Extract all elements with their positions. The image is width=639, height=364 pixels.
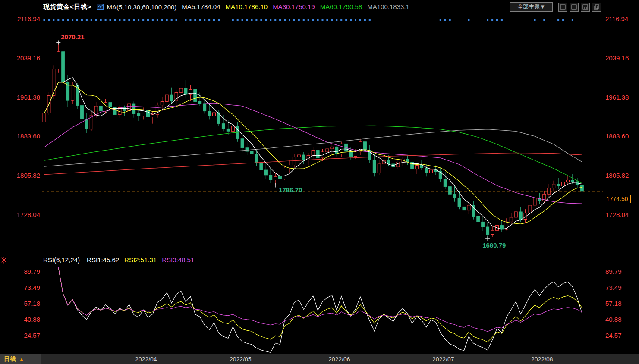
- period-selector[interactable]: 日线 ▲: [0, 354, 41, 364]
- trading-chart-app: 现货黄金<日线> MA(5,10,30,60,100,200) MA5:1784…: [0, 0, 639, 364]
- cascade-layout-icon[interactable]: [592, 3, 601, 12]
- period-up-arrow-icon: ▲: [19, 356, 24, 362]
- ma-legend: MA5:1784.04MA10:1786.10MA30:1750.19MA60:…: [176, 3, 409, 11]
- bars-layout-icon[interactable]: [581, 3, 590, 12]
- chart-header: 现货黄金<日线> MA(5,10,30,60,100,200) MA5:1784…: [0, 0, 639, 14]
- rsi-legend: RSI1:45.62RSI2:51.31RSI3:48.51: [80, 256, 194, 264]
- time-axis-bar: 日线 ▲ 2022/042022/052022/062022/072022/08: [0, 354, 639, 364]
- sun-icon[interactable]: [0, 257, 7, 265]
- header-toolbar: 全部主题▼: [510, 2, 601, 12]
- rsi-legend-item: RSI3:48.51: [162, 256, 194, 264]
- split-layout-icon[interactable]: [570, 3, 579, 12]
- rsi-legend-item: RSI2:51.31: [124, 256, 157, 264]
- rsi-header: RSI(6,12,24) RSI1:45.62RSI2:51.31RSI3:48…: [43, 256, 194, 264]
- ma-legend-item: MA100:1833.1: [367, 3, 409, 10]
- rsi-legend-item: RSI1:45.62: [87, 256, 119, 264]
- x-axis-month-label: 2022/07: [432, 356, 454, 363]
- ma-legend-item: MA5:1784.04: [182, 3, 220, 10]
- symbol-title: 现货黄金<日线>: [43, 3, 91, 11]
- period-label: 日线: [4, 355, 16, 363]
- ma-legend-item: MA60:1790.58: [320, 3, 362, 10]
- x-axis-month-label: 2022/08: [531, 356, 553, 363]
- x-axis-month-label: 2022/06: [328, 356, 350, 363]
- x-axis-month-label: 2022/04: [135, 356, 157, 363]
- rsi-title: RSI(6,12,24): [43, 256, 80, 264]
- last-price-tag: 1774.50: [604, 195, 631, 203]
- x-axis-month-label: 2022/05: [230, 356, 252, 363]
- ma-group-label: MA(5,10,30,60,100,200): [107, 3, 177, 11]
- theme-selector-button[interactable]: 全部主题▼: [510, 2, 553, 12]
- chart-canvas[interactable]: [0, 0, 639, 364]
- ma-legend-item: MA10:1786.10: [226, 3, 268, 10]
- quad-layout-icon[interactable]: [558, 3, 567, 12]
- ma-legend-item: MA30:1750.19: [273, 3, 315, 10]
- indicator-icon: [97, 4, 104, 10]
